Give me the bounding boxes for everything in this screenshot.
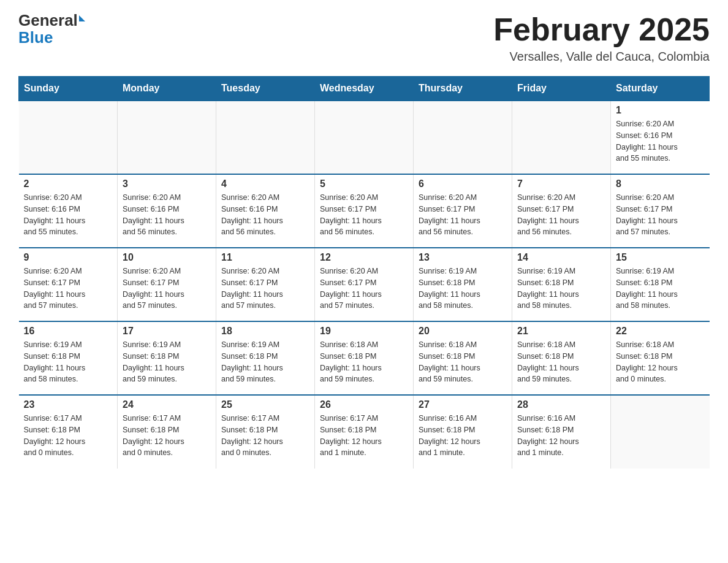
day-header-friday: Friday — [512, 77, 611, 101]
day-number: 28 — [517, 399, 605, 410]
day-info: Sunrise: 6:19 AMSunset: 6:18 PMDaylight:… — [221, 339, 309, 385]
calendar-cell: 8Sunrise: 6:20 AMSunset: 6:17 PMDaylight… — [611, 174, 710, 248]
day-info: Sunrise: 6:20 AMSunset: 6:17 PMDaylight:… — [517, 192, 605, 238]
day-info: Sunrise: 6:20 AMSunset: 6:17 PMDaylight:… — [616, 192, 705, 238]
day-number: 12 — [320, 252, 408, 263]
calendar-cell: 16Sunrise: 6:19 AMSunset: 6:18 PMDayligh… — [19, 321, 118, 395]
day-number: 27 — [419, 399, 507, 410]
day-info: Sunrise: 6:20 AMSunset: 6:17 PMDaylight:… — [24, 266, 113, 312]
day-info: Sunrise: 6:16 AMSunset: 6:18 PMDaylight:… — [419, 413, 507, 459]
day-info: Sunrise: 6:18 AMSunset: 6:18 PMDaylight:… — [320, 339, 408, 385]
calendar-cell: 9Sunrise: 6:20 AMSunset: 6:17 PMDaylight… — [19, 248, 118, 321]
day-number: 25 — [221, 399, 309, 410]
day-number: 1 — [616, 105, 705, 116]
calendar-cell: 7Sunrise: 6:20 AMSunset: 6:17 PMDaylight… — [512, 174, 611, 248]
day-info: Sunrise: 6:19 AMSunset: 6:18 PMDaylight:… — [419, 266, 507, 312]
calendar-cell: 20Sunrise: 6:18 AMSunset: 6:18 PMDayligh… — [414, 321, 512, 395]
day-number: 24 — [123, 399, 211, 410]
calendar-cell: 22Sunrise: 6:18 AMSunset: 6:18 PMDayligh… — [611, 321, 710, 395]
calendar-cell: 5Sunrise: 6:20 AMSunset: 6:17 PMDaylight… — [315, 174, 414, 248]
calendar-cell: 1Sunrise: 6:20 AMSunset: 6:16 PMDaylight… — [611, 101, 710, 174]
day-number: 16 — [24, 326, 113, 337]
day-number: 18 — [221, 326, 309, 337]
day-header-thursday: Thursday — [414, 77, 512, 101]
day-info: Sunrise: 6:20 AMSunset: 6:16 PMDaylight:… — [221, 192, 309, 238]
day-number: 19 — [320, 326, 408, 337]
day-info: Sunrise: 6:18 AMSunset: 6:18 PMDaylight:… — [616, 339, 705, 385]
calendar-cell: 18Sunrise: 6:19 AMSunset: 6:18 PMDayligh… — [216, 321, 315, 395]
day-info: Sunrise: 6:20 AMSunset: 6:17 PMDaylight:… — [320, 192, 408, 238]
calendar-cell: 6Sunrise: 6:20 AMSunset: 6:17 PMDaylight… — [414, 174, 512, 248]
calendar-cell — [611, 395, 710, 469]
day-number: 21 — [517, 326, 605, 337]
calendar-cell: 28Sunrise: 6:16 AMSunset: 6:18 PMDayligh… — [512, 395, 611, 469]
day-info: Sunrise: 6:20 AMSunset: 6:17 PMDaylight:… — [419, 192, 507, 238]
day-info: Sunrise: 6:20 AMSunset: 6:16 PMDaylight:… — [123, 192, 211, 238]
calendar-cell: 23Sunrise: 6:17 AMSunset: 6:18 PMDayligh… — [19, 395, 118, 469]
calendar-cell — [216, 101, 315, 174]
day-header-saturday: Saturday — [611, 77, 710, 101]
day-info: Sunrise: 6:17 AMSunset: 6:18 PMDaylight:… — [123, 413, 211, 459]
calendar-cell: 11Sunrise: 6:20 AMSunset: 6:17 PMDayligh… — [216, 248, 315, 321]
calendar-cell — [315, 101, 414, 174]
day-number: 8 — [616, 178, 705, 190]
calendar-cell: 21Sunrise: 6:18 AMSunset: 6:18 PMDayligh… — [512, 321, 611, 395]
calendar-cell: 12Sunrise: 6:20 AMSunset: 6:17 PMDayligh… — [315, 248, 414, 321]
day-info: Sunrise: 6:20 AMSunset: 6:16 PMDaylight:… — [616, 118, 705, 164]
calendar-subtitle: Versalles, Valle del Cauca, Colombia — [493, 50, 710, 64]
week-row-1: 1Sunrise: 6:20 AMSunset: 6:16 PMDaylight… — [19, 101, 710, 174]
week-row-3: 9Sunrise: 6:20 AMSunset: 6:17 PMDaylight… — [19, 248, 710, 321]
day-number: 5 — [320, 178, 408, 190]
day-number: 20 — [419, 326, 507, 337]
day-info: Sunrise: 6:20 AMSunset: 6:17 PMDaylight:… — [320, 266, 408, 312]
day-info: Sunrise: 6:19 AMSunset: 6:18 PMDaylight:… — [517, 266, 605, 312]
calendar-table: SundayMondayTuesdayWednesdayThursdayFrid… — [18, 76, 710, 469]
calendar-cell: 10Sunrise: 6:20 AMSunset: 6:17 PMDayligh… — [118, 248, 216, 321]
day-number: 22 — [616, 326, 705, 337]
logo-arrow-icon — [79, 15, 85, 21]
day-number: 17 — [123, 326, 211, 337]
day-number: 4 — [221, 178, 309, 190]
day-number: 14 — [517, 252, 605, 263]
logo-general: General — [18, 12, 85, 28]
day-number: 26 — [320, 399, 408, 410]
day-number: 10 — [123, 252, 211, 263]
calendar-cell: 13Sunrise: 6:19 AMSunset: 6:18 PMDayligh… — [414, 248, 512, 321]
calendar-cell: 19Sunrise: 6:18 AMSunset: 6:18 PMDayligh… — [315, 321, 414, 395]
day-info: Sunrise: 6:20 AMSunset: 6:17 PMDaylight:… — [123, 266, 211, 312]
day-info: Sunrise: 6:19 AMSunset: 6:18 PMDaylight:… — [616, 266, 705, 312]
week-row-2: 2Sunrise: 6:20 AMSunset: 6:16 PMDaylight… — [19, 174, 710, 248]
day-info: Sunrise: 6:19 AMSunset: 6:18 PMDaylight:… — [123, 339, 211, 385]
calendar-cell: 15Sunrise: 6:19 AMSunset: 6:18 PMDayligh… — [611, 248, 710, 321]
day-info: Sunrise: 6:19 AMSunset: 6:18 PMDaylight:… — [24, 339, 113, 385]
day-info: Sunrise: 6:17 AMSunset: 6:18 PMDaylight:… — [320, 413, 408, 459]
day-header-monday: Monday — [118, 77, 216, 101]
day-number: 9 — [24, 252, 113, 263]
day-number: 23 — [24, 399, 113, 410]
day-number: 6 — [419, 178, 507, 190]
title-block: February 2025 Versalles, Valle del Cauca… — [493, 12, 710, 64]
day-number: 15 — [616, 252, 705, 263]
calendar-cell — [19, 101, 118, 174]
logo-blue: Blue — [18, 29, 53, 45]
day-info: Sunrise: 6:17 AMSunset: 6:18 PMDaylight:… — [221, 413, 309, 459]
day-info: Sunrise: 6:18 AMSunset: 6:18 PMDaylight:… — [419, 339, 507, 385]
calendar-cell: 27Sunrise: 6:16 AMSunset: 6:18 PMDayligh… — [414, 395, 512, 469]
day-number: 3 — [123, 178, 211, 190]
day-number: 11 — [221, 252, 309, 263]
day-number: 13 — [419, 252, 507, 263]
calendar-cell: 14Sunrise: 6:19 AMSunset: 6:18 PMDayligh… — [512, 248, 611, 321]
logo: General Blue — [18, 12, 85, 45]
day-info: Sunrise: 6:18 AMSunset: 6:18 PMDaylight:… — [517, 339, 605, 385]
day-number: 7 — [517, 178, 605, 190]
calendar-cell: 25Sunrise: 6:17 AMSunset: 6:18 PMDayligh… — [216, 395, 315, 469]
day-info: Sunrise: 6:20 AMSunset: 6:16 PMDaylight:… — [24, 192, 113, 238]
week-row-4: 16Sunrise: 6:19 AMSunset: 6:18 PMDayligh… — [19, 321, 710, 395]
calendar-cell — [512, 101, 611, 174]
day-info: Sunrise: 6:17 AMSunset: 6:18 PMDaylight:… — [24, 413, 113, 459]
day-header-tuesday: Tuesday — [216, 77, 315, 101]
calendar-cell: 2Sunrise: 6:20 AMSunset: 6:16 PMDaylight… — [19, 174, 118, 248]
calendar-cell: 3Sunrise: 6:20 AMSunset: 6:16 PMDaylight… — [118, 174, 216, 248]
day-header-wednesday: Wednesday — [315, 77, 414, 101]
calendar-title: February 2025 — [493, 12, 710, 47]
